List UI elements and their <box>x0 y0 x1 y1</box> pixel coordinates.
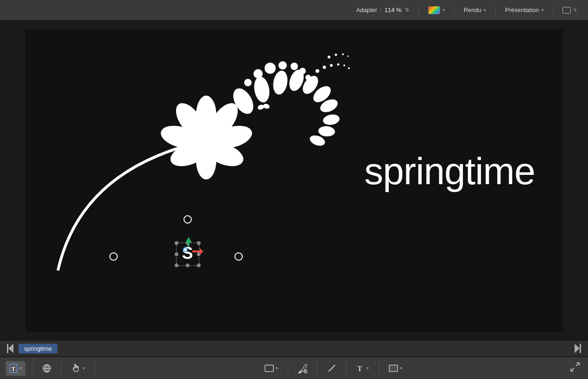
svg-point-34 <box>342 53 344 55</box>
sep3 <box>495 6 496 15</box>
sep-b4 <box>288 363 288 374</box>
svg-point-16 <box>322 113 340 126</box>
sep-b2 <box>61 363 62 374</box>
svg-point-37 <box>262 103 270 109</box>
presentation-label: Présentation <box>505 6 539 13</box>
paint-tool[interactable] <box>295 361 310 376</box>
handle-left[interactable] <box>109 252 118 261</box>
svg-line-58 <box>576 363 579 366</box>
springtime-text: springtime <box>364 149 535 193</box>
svg-point-33 <box>335 53 337 56</box>
color-dropdown-arrow: ▾ <box>443 7 445 13</box>
move-up-arrow <box>185 237 192 248</box>
svg-marker-39 <box>185 237 192 243</box>
svg-point-24 <box>299 68 306 74</box>
view-layout-icon <box>563 7 571 13</box>
sep4 <box>553 6 553 15</box>
svg-rect-43 <box>7 344 8 353</box>
adapter-separator: : <box>380 6 382 13</box>
svg-rect-40 <box>188 243 190 246</box>
top-toolbar: Adapter : 114 % ⇅ ▾ Rendu ▾ Présentation… <box>0 0 588 20</box>
zoom-value: 114 % <box>385 6 402 13</box>
handle-br[interactable] <box>197 263 201 267</box>
shape-dropdown: ▾ <box>276 366 278 371</box>
canvas-area: springtime S <box>0 20 588 340</box>
view-layout-arrow: ⇅ <box>573 7 577 13</box>
hand-tool[interactable]: ▾ <box>68 361 88 375</box>
svg-point-26 <box>316 69 319 73</box>
text-select-tool[interactable]: T ▾ <box>6 361 25 376</box>
svg-marker-44 <box>8 344 13 353</box>
handle-tl[interactable] <box>175 241 178 245</box>
fill-tool[interactable]: ▾ <box>386 362 405 374</box>
svg-point-31 <box>348 67 350 69</box>
presentation-button[interactable]: Présentation ▾ <box>501 5 547 15</box>
text-tool-dropdown: ▾ <box>367 366 369 371</box>
rotate-handle-top[interactable] <box>183 215 192 224</box>
rendu-arrow: ▾ <box>484 7 486 13</box>
text-select-dropdown: ▾ <box>19 366 22 371</box>
svg-point-32 <box>328 56 330 58</box>
svg-point-11 <box>271 69 289 95</box>
color-swatch-icon <box>428 6 440 14</box>
svg-marker-46 <box>575 344 580 353</box>
rendu-label: Rendu <box>464 6 481 13</box>
timeline-start-button[interactable] <box>4 342 17 355</box>
sep-b6 <box>346 363 347 374</box>
timeline-clip-label[interactable]: springtime <box>19 344 57 353</box>
svg-rect-45 <box>580 344 581 353</box>
svg-point-10 <box>252 75 271 103</box>
svg-point-38 <box>263 106 265 108</box>
handle-ml[interactable] <box>175 252 178 256</box>
rendu-button[interactable]: Rendu ▾ <box>460 5 490 15</box>
presentation-arrow: ▾ <box>541 7 544 13</box>
svg-point-20 <box>253 69 263 78</box>
svg-point-23 <box>291 63 298 70</box>
svg-point-22 <box>278 61 287 70</box>
canvas[interactable]: springtime S <box>25 29 563 332</box>
bottom-toolbar: T ▾ ▾ ▾ <box>0 357 588 379</box>
svg-point-35 <box>347 55 348 57</box>
svg-rect-41 <box>192 251 200 252</box>
pen-tool[interactable] <box>324 361 340 375</box>
svg-line-59 <box>571 368 574 371</box>
timeline-bar: springtime <box>0 340 588 357</box>
svg-point-17 <box>318 125 335 137</box>
shape-tool[interactable]: ▾ <box>261 362 281 374</box>
adapter-label: Adapter <box>356 6 378 13</box>
handle-bm[interactable] <box>186 263 190 267</box>
text-tool[interactable]: T ▾ <box>353 361 372 375</box>
svg-point-21 <box>265 63 276 74</box>
zoom-arrows-icon: ⇅ <box>405 7 409 13</box>
globe-tool[interactable] <box>39 361 55 375</box>
color-profile-button[interactable]: ▾ <box>424 4 449 16</box>
sep-b3 <box>95 363 95 374</box>
adapter-control[interactable]: Adapter : 114 % ⇅ <box>353 5 413 15</box>
timeline-end-button[interactable] <box>571 342 584 355</box>
svg-point-30 <box>343 64 345 66</box>
svg-rect-57 <box>389 365 398 372</box>
svg-point-29 <box>337 63 339 65</box>
selected-object[interactable]: S <box>169 233 206 270</box>
move-right-arrow <box>192 248 203 257</box>
handle-right[interactable] <box>234 252 243 261</box>
sep-b5 <box>317 363 317 374</box>
svg-marker-42 <box>200 248 203 255</box>
sep-b1 <box>32 363 32 374</box>
svg-point-28 <box>330 64 333 67</box>
fill-dropdown: ▾ <box>400 366 402 371</box>
svg-text:T: T <box>357 365 362 373</box>
svg-text:T: T <box>12 366 15 372</box>
svg-point-27 <box>322 65 326 69</box>
origin-dot <box>183 247 188 252</box>
hand-dropdown: ▾ <box>82 366 85 371</box>
svg-line-55 <box>329 365 335 372</box>
handle-bl[interactable] <box>175 263 178 267</box>
svg-point-19 <box>244 79 252 86</box>
sep-b7 <box>379 363 379 374</box>
expand-button[interactable] <box>568 360 582 377</box>
sep1 <box>418 6 419 15</box>
view-layout-button[interactable]: ⇅ <box>559 5 581 15</box>
svg-point-25 <box>305 75 311 80</box>
handle-tr[interactable] <box>197 241 201 245</box>
